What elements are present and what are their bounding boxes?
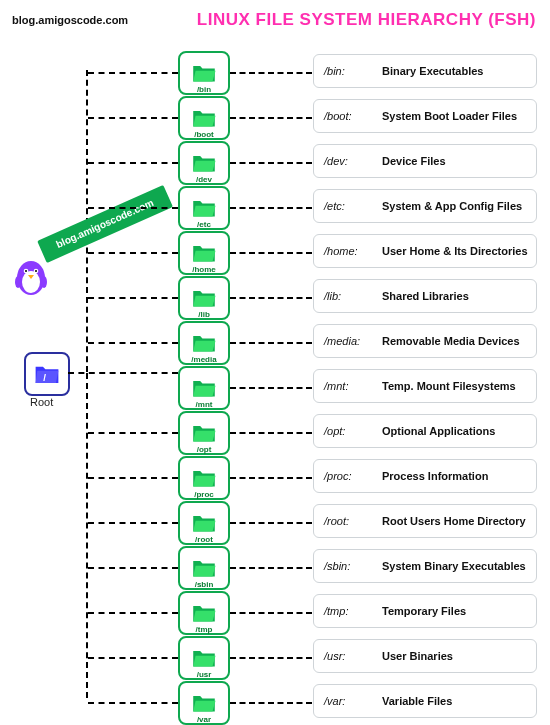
desc-key: /dev: xyxy=(314,155,382,167)
dir-row-media: /media/media:Removable Media Devices xyxy=(0,318,550,363)
dir-name: /var xyxy=(180,715,228,724)
desc-connector xyxy=(230,702,312,704)
branch-connector xyxy=(88,612,178,614)
desc-value: User Binaries xyxy=(382,650,453,662)
dir-row-proc: /proc/proc:Process Information xyxy=(0,453,550,498)
dir-node: /etc xyxy=(178,186,230,230)
desc-value: Removable Media Devices xyxy=(382,335,520,347)
dir-row-tmp: /tmp/tmp:Temporary Files xyxy=(0,588,550,633)
desc-card: /boot:System Boot Loader Files xyxy=(313,99,537,133)
desc-connector xyxy=(230,522,312,524)
branch-connector xyxy=(88,252,178,254)
desc-card: /mnt:Temp. Mount Filesystems xyxy=(313,369,537,403)
desc-card: /dev:Device Files xyxy=(313,144,537,178)
branch-connector xyxy=(88,72,178,74)
desc-connector xyxy=(230,432,312,434)
desc-value: System Boot Loader Files xyxy=(382,110,517,122)
desc-connector xyxy=(230,252,312,254)
desc-key: /var: xyxy=(314,695,382,707)
branch-connector xyxy=(88,117,178,119)
desc-card: /root:Root Users Home Directory xyxy=(313,504,537,538)
desc-card: /usr:User Binaries xyxy=(313,639,537,673)
branch-connector xyxy=(88,297,178,299)
desc-key: /root: xyxy=(314,515,382,527)
desc-value: Temporary Files xyxy=(382,605,466,617)
branch-connector xyxy=(88,432,178,434)
branch-connector xyxy=(88,477,178,479)
desc-card: /etc:System & App Config Files xyxy=(313,189,537,223)
dir-row-usr: /usr/usr:User Binaries xyxy=(0,633,550,678)
branch-connector xyxy=(88,702,178,704)
desc-value: User Home & Its Directories xyxy=(382,245,528,257)
desc-value: Root Users Home Directory xyxy=(382,515,526,527)
dir-row-opt: /opt/opt:Optional Applications xyxy=(0,408,550,453)
dir-node: /bin xyxy=(178,51,230,95)
dir-node: /root xyxy=(178,501,230,545)
desc-value: System Binary Executables xyxy=(382,560,526,572)
dir-row-mnt: /mnt/mnt:Temp. Mount Filesystems xyxy=(0,363,550,408)
desc-connector xyxy=(230,117,312,119)
desc-key: /etc: xyxy=(314,200,382,212)
dir-node: /var xyxy=(178,681,230,725)
desc-value: Shared Libraries xyxy=(382,290,469,302)
branch-connector xyxy=(88,522,178,524)
dir-row-etc: /etc/etc:System & App Config Files xyxy=(0,183,550,228)
desc-card: /var:Variable Files xyxy=(313,684,537,718)
branch-connector xyxy=(88,207,178,209)
dir-node: /mnt xyxy=(178,366,230,410)
desc-connector xyxy=(230,477,312,479)
dir-node: /usr xyxy=(178,636,230,680)
desc-value: System & App Config Files xyxy=(382,200,522,212)
desc-key: /proc: xyxy=(314,470,382,482)
desc-card: /opt:Optional Applications xyxy=(313,414,537,448)
desc-connector xyxy=(230,567,312,569)
page-title: LINUX FILE SYSTEM HIERARCHY (FSH) xyxy=(197,10,536,30)
dir-node: /dev xyxy=(178,141,230,185)
desc-connector xyxy=(230,72,312,74)
desc-value: Variable Files xyxy=(382,695,452,707)
desc-key: /opt: xyxy=(314,425,382,437)
desc-connector xyxy=(230,612,312,614)
desc-key: /media: xyxy=(314,335,382,347)
desc-key: /lib: xyxy=(314,290,382,302)
desc-card: /lib:Shared Libraries xyxy=(313,279,537,313)
site-url: blog.amigoscode.com xyxy=(12,14,128,26)
desc-connector xyxy=(230,387,312,389)
dir-node: /tmp xyxy=(178,591,230,635)
desc-connector xyxy=(230,162,312,164)
desc-connector xyxy=(230,207,312,209)
desc-connector xyxy=(230,297,312,299)
branch-connector xyxy=(88,567,178,569)
dir-node: /proc xyxy=(178,456,230,500)
desc-value: Device Files xyxy=(382,155,446,167)
dir-row-bin: /bin/bin:Binary Executables xyxy=(0,48,550,93)
dir-node: /sbin xyxy=(178,546,230,590)
dir-row-boot: /boot/boot:System Boot Loader Files xyxy=(0,93,550,138)
dir-row-sbin: /sbin/sbin:System Binary Executables xyxy=(0,543,550,588)
desc-card: /proc:Process Information xyxy=(313,459,537,493)
desc-key: /home: xyxy=(314,245,382,257)
desc-card: /tmp:Temporary Files xyxy=(313,594,537,628)
dir-row-root: /root/root:Root Users Home Directory xyxy=(0,498,550,543)
dir-node: /boot xyxy=(178,96,230,140)
desc-key: /bin: xyxy=(314,65,382,77)
branch-connector xyxy=(88,342,178,344)
desc-card: /sbin:System Binary Executables xyxy=(313,549,537,583)
branch-connector xyxy=(88,657,178,659)
desc-key: /sbin: xyxy=(314,560,382,572)
dir-node: /opt xyxy=(178,411,230,455)
desc-card: /home:User Home & Its Directories xyxy=(313,234,537,268)
dir-row-dev: /dev/dev:Device Files xyxy=(0,138,550,183)
desc-connector xyxy=(230,657,312,659)
desc-key: /tmp: xyxy=(314,605,382,617)
desc-value: Process Information xyxy=(382,470,488,482)
desc-key: /boot: xyxy=(314,110,382,122)
dir-row-var: /var/var:Variable Files xyxy=(0,678,550,723)
desc-value: Temp. Mount Filesystems xyxy=(382,380,516,392)
dir-node: /lib xyxy=(178,276,230,320)
branch-connector xyxy=(88,162,178,164)
desc-key: /mnt: xyxy=(314,380,382,392)
desc-connector xyxy=(230,342,312,344)
desc-card: /bin:Binary Executables xyxy=(313,54,537,88)
desc-card: /media:Removable Media Devices xyxy=(313,324,537,358)
